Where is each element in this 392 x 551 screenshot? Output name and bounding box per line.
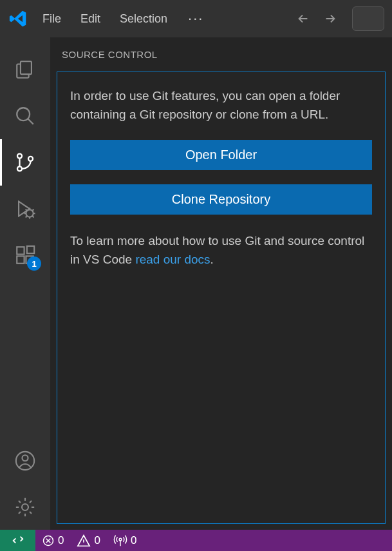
svg-rect-0 <box>21 61 32 74</box>
learn-more-text: To learn more about how to use Git and s… <box>70 231 372 269</box>
source-control-view: In order to use Git features, you can op… <box>57 72 386 524</box>
svg-point-3 <box>17 166 22 171</box>
remote-indicator[interactable] <box>0 530 35 551</box>
svg-point-11 <box>22 455 28 461</box>
error-icon <box>42 534 55 547</box>
learn-more-suffix: . <box>210 253 214 266</box>
warning-count: 0 <box>94 534 100 547</box>
git-info-text: In order to use Git features, you can op… <box>70 86 372 124</box>
nav-forward-icon[interactable] <box>321 10 339 28</box>
menu-selection[interactable]: Selection <box>113 10 174 28</box>
search-icon[interactable] <box>0 93 50 139</box>
warning-icon <box>77 534 91 548</box>
explorer-icon[interactable] <box>0 46 50 93</box>
status-bar: 0 0 0 <box>0 530 392 551</box>
menu-file[interactable]: File <box>36 10 68 28</box>
svg-point-14 <box>119 538 122 541</box>
svg-point-2 <box>17 154 22 159</box>
source-control-icon[interactable] <box>0 139 50 186</box>
menu-bar: File Edit Selection <box>36 10 174 28</box>
menu-overflow-icon[interactable]: ··· <box>182 10 210 27</box>
title-bar: File Edit Selection ··· <box>0 0 392 37</box>
status-warnings[interactable]: 0 <box>70 530 106 551</box>
run-debug-icon[interactable] <box>0 186 50 232</box>
read-docs-link[interactable]: read our docs <box>135 253 210 266</box>
svg-rect-6 <box>17 247 24 254</box>
sidebar-title: SOURCE CONTROL <box>57 37 386 72</box>
accounts-icon[interactable] <box>0 438 50 484</box>
svg-rect-7 <box>17 256 24 263</box>
menu-edit[interactable]: Edit <box>74 10 107 28</box>
nav-back-icon[interactable] <box>294 10 312 28</box>
clone-repository-button[interactable]: Clone Repository <box>70 184 372 215</box>
command-center-search[interactable] <box>352 6 384 31</box>
svg-point-12 <box>22 504 28 510</box>
radio-tower-icon <box>113 534 127 548</box>
svg-point-1 <box>17 108 30 121</box>
svg-point-5 <box>26 209 33 217</box>
svg-rect-9 <box>27 246 34 253</box>
learn-more-prefix: To learn more about how to use Git and s… <box>70 234 364 266</box>
status-ports[interactable]: 0 <box>107 530 143 551</box>
error-count: 0 <box>58 534 64 547</box>
activity-bar: 1 <box>0 37 50 530</box>
extensions-icon[interactable]: 1 <box>0 232 50 278</box>
vscode-logo-icon <box>8 8 28 29</box>
ports-count: 0 <box>131 534 136 547</box>
open-folder-button[interactable]: Open Folder <box>70 140 372 170</box>
status-errors[interactable]: 0 <box>35 530 70 551</box>
sidebar-panel: SOURCE CONTROL In order to use Git featu… <box>50 37 392 530</box>
svg-point-4 <box>28 157 33 161</box>
extensions-badge: 1 <box>27 256 41 271</box>
settings-gear-icon[interactable] <box>0 484 50 530</box>
